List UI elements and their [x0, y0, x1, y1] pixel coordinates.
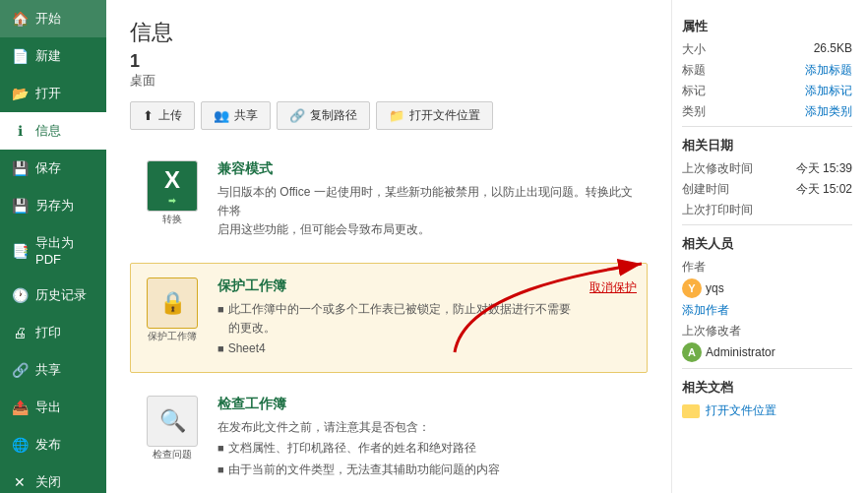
rp-title-row: 标题 添加标题: [682, 62, 852, 79]
sidebar-item-history[interactable]: 🕐 历史记录: [0, 277, 106, 314]
rp-lastprint-row: 上次打印时间: [682, 202, 852, 218]
right-panel: 属性 大小 26.5KB 标题 添加标题 标记 添加标记 类别 添加类别 相关日…: [671, 0, 868, 493]
info-icon: ℹ: [12, 123, 28, 139]
rp-tag-value[interactable]: 添加标记: [805, 83, 852, 99]
publish-icon: 🌐: [12, 437, 28, 453]
folder-icon: [682, 404, 700, 418]
compat-desc-line2: 启用这些功能，但可能会导致布局更改。: [217, 222, 430, 236]
protect-desc-text: 此工作簿中的一个或多个工作表已被锁定，防止对数据进行不需要的更改。: [228, 300, 580, 338]
rp-lastmod-value: 今天 15:39: [796, 160, 852, 177]
sidebar-item-label: 开始: [35, 10, 61, 28]
protect-sheet-bullet: ■: [217, 340, 224, 358]
copy-path-label: 复制路径: [310, 107, 357, 124]
rp-lastprint-label: 上次打印时间: [682, 202, 753, 218]
rp-cat-value[interactable]: 添加类别: [805, 103, 852, 120]
upload-icon: ⬆: [143, 108, 154, 123]
close-icon: ✕: [12, 474, 28, 490]
protect-content: 保护工作簿 ■ 此工作簿中的一个或多个工作表已被锁定，防止对数据进行不需要的更改…: [217, 277, 580, 359]
docs-title: 相关文档: [682, 379, 852, 397]
share-button[interactable]: 👥 共享: [201, 101, 271, 130]
rp-size-row: 大小 26.5KB: [682, 41, 852, 58]
modifier-name: Administrator: [706, 345, 775, 359]
protect-lock-icon: 🔒: [159, 290, 186, 316]
sidebar-item-print[interactable]: 🖨 打印: [0, 314, 106, 351]
sidebar-item-close[interactable]: ✕ 关闭: [0, 463, 106, 493]
author-name: yqs: [706, 281, 724, 295]
check-icon-wrap: 🔍 检查问题: [141, 396, 204, 461]
save-icon: 💾: [12, 160, 28, 176]
saveas-icon: 💾: [12, 198, 28, 214]
sidebar-item-save[interactable]: 💾 保存: [0, 150, 106, 187]
check-card: 🔍 检查问题 检查工作簿 在发布此文件之前，请注意其是否包含： ■ 文档属性、打…: [130, 381, 648, 493]
sidebar-item-label: 打开: [35, 85, 61, 102]
home-icon: 🏠: [12, 11, 28, 27]
upload-label: 上传: [158, 107, 182, 124]
sidebar-item-label: 另存为: [35, 197, 74, 215]
share-icon: 🔗: [12, 362, 28, 378]
rp-size-value: 26.5KB: [814, 41, 852, 58]
print-icon: 🖨: [12, 325, 28, 340]
rp-divider1: [682, 126, 852, 127]
sidebar-item-label: 导出: [35, 399, 61, 416]
protect-desc-item: ■ 此工作簿中的一个或多个工作表已被锁定，防止对数据进行不需要的更改。: [217, 300, 580, 338]
rp-tag-row: 标记 添加标记: [682, 83, 852, 99]
toolbar: ⬆ 上传 👥 共享 🔗 复制路径 📁 打开文件位置: [130, 101, 648, 130]
rp-modifier-row: A Administrator: [682, 342, 852, 362]
add-author-link[interactable]: 添加作者: [682, 302, 852, 319]
compat-title: 兼容模式: [217, 160, 637, 178]
copy-path-button[interactable]: 🔗 复制路径: [277, 101, 370, 130]
file-number: 1: [130, 51, 140, 71]
compat-x-icon: X: [164, 166, 180, 194]
sidebar-item-open[interactable]: 📂 打开: [0, 75, 106, 112]
protect-icon-wrap: 🔒 保护工作簿: [141, 277, 204, 342]
sidebar-item-new[interactable]: 📄 新建: [0, 37, 106, 75]
author-avatar: Y: [682, 278, 702, 298]
sidebar-item-publish[interactable]: 🌐 发布: [0, 426, 106, 463]
protect-card: 🔒 保护工作簿 保护工作簿 ■ 此工作簿中的一个或多个工作表已被锁定，防止对数据…: [130, 263, 648, 374]
sidebar-item-label: 新建: [35, 47, 61, 65]
sidebar-item-label: 共享: [35, 361, 61, 379]
open-icon: 📂: [12, 86, 28, 101]
rp-created-label: 创建时间: [682, 181, 729, 198]
cards-area: X ➡ 转换 兼容模式 与旧版本的 Office 一起使用时，某些新功能被禁用，…: [130, 146, 648, 493]
export-icon: 📤: [12, 400, 28, 415]
open-file-location-link[interactable]: 打开文件位置: [682, 402, 852, 419]
page-title: 信息: [130, 18, 648, 47]
rp-created-row: 创建时间 今天 15:02: [682, 181, 852, 198]
protect-desc: ■ 此工作簿中的一个或多个工作表已被锁定，防止对数据进行不需要的更改。 ■ Sh…: [217, 300, 580, 359]
check-desc-text1: 文档属性、打印机路径、作者的姓名和绝对路径: [228, 439, 476, 458]
sidebar: 🏠 开始 📄 新建 📂 打开 ℹ 信息 💾 保存 💾 另存为 📑 导出为PDF …: [0, 0, 106, 493]
history-icon: 🕐: [12, 287, 28, 303]
compat-icon-wrap: X ➡ 转换: [141, 160, 204, 225]
sidebar-item-label: 关闭: [35, 473, 61, 491]
sidebar-item-export[interactable]: 📤 导出: [0, 389, 106, 426]
check-desc-item2: ■ 由于当前的文件类型，无法查其辅助功能问题的内容: [217, 461, 637, 479]
sidebar-item-label: 历史记录: [35, 286, 87, 304]
sidebar-item-saveas[interactable]: 💾 另存为: [0, 187, 106, 224]
protect-icon-label: 保护工作簿: [148, 331, 197, 342]
rp-cat-label: 类别: [682, 103, 706, 120]
share-tb-icon: 👥: [214, 108, 229, 123]
upload-button[interactable]: ⬆ 上传: [130, 101, 195, 130]
check-title: 检查工作簿: [217, 396, 637, 413]
protect-bullet: ■: [217, 301, 224, 319]
open-location-button[interactable]: 📁 打开文件位置: [376, 101, 493, 130]
sidebar-item-info[interactable]: ℹ 信息: [0, 112, 106, 150]
rp-title-value[interactable]: 添加标题: [805, 62, 852, 79]
check-bullet1: ■: [217, 440, 224, 458]
unprotect-button[interactable]: 取消保护: [589, 279, 637, 296]
compat-icon-box: X ➡: [147, 160, 198, 212]
sidebar-item-export-pdf[interactable]: 📑 导出为PDF: [0, 224, 106, 277]
open-location-label: 打开文件位置: [409, 107, 480, 124]
properties-title: 属性: [682, 18, 852, 35]
rp-author-label: 作者: [682, 259, 852, 276]
dates-title: 相关日期: [682, 137, 852, 154]
open-location-doc-label: 打开文件位置: [706, 402, 776, 419]
protect-title: 保护工作簿: [217, 277, 580, 295]
rp-author-row: Y yqs: [682, 278, 852, 298]
check-desc-text2: 由于当前的文件类型，无法查其辅助功能问题的内容: [228, 461, 500, 479]
people-title: 相关人员: [682, 235, 852, 253]
sidebar-item-home[interactable]: 🏠 开始: [0, 0, 106, 37]
new-icon: 📄: [12, 48, 28, 64]
sidebar-item-share[interactable]: 🔗 共享: [0, 351, 106, 389]
